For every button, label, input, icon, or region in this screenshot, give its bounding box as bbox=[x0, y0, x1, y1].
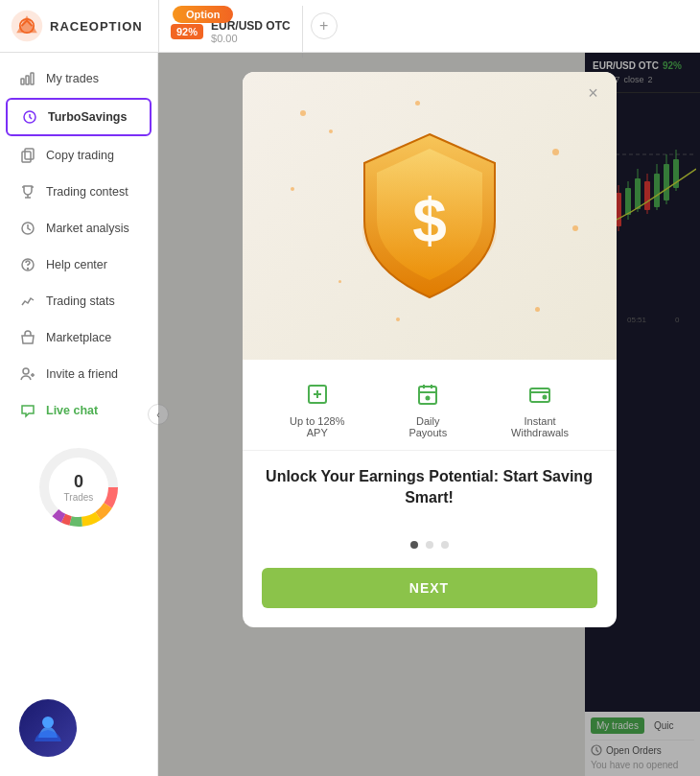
add-tab-button[interactable]: + bbox=[311, 12, 338, 39]
feature-apy-label: Up to 128%APY bbox=[290, 415, 344, 438]
sidebar-item-help-center[interactable]: Help center bbox=[6, 247, 152, 282]
logo-icon bbox=[10, 9, 44, 43]
modal-dots bbox=[243, 528, 617, 558]
main-layout: My trades TurboSavings Copy trading bbox=[0, 53, 700, 776]
donut-center: 0 Trades bbox=[64, 472, 94, 503]
svg-point-10 bbox=[28, 269, 29, 270]
invite-icon bbox=[19, 365, 36, 383]
sidebar-label-turbo-savings: TurboSavings bbox=[48, 110, 127, 124]
modal-hero: $ bbox=[243, 72, 617, 360]
svg-point-49 bbox=[42, 717, 54, 728]
chart-icon bbox=[19, 70, 36, 87]
svg-rect-7 bbox=[22, 152, 31, 162]
modal-close-button[interactable]: × bbox=[582, 82, 605, 105]
next-button[interactable]: NEXT bbox=[262, 568, 597, 608]
sidebar-label-copy-trading: Copy trading bbox=[46, 149, 114, 162]
avatar-icon bbox=[31, 711, 65, 745]
svg-point-23 bbox=[427, 397, 430, 400]
sidebar-item-trading-contest[interactable]: Trading contest bbox=[6, 175, 152, 209]
tab-option-label[interactable]: Option bbox=[173, 6, 233, 23]
logo-area: RACEOPTION bbox=[0, 9, 158, 43]
svg-rect-4 bbox=[31, 73, 34, 84]
savings-icon bbox=[21, 108, 38, 126]
donut-number: 0 bbox=[64, 472, 94, 492]
logo-text: RACEOPTION bbox=[50, 19, 143, 34]
feature-apy: Up to 128%APY bbox=[290, 379, 344, 438]
donut-chart: 0 Trades bbox=[35, 444, 122, 530]
feature-payouts-label: DailyPayouts bbox=[408, 415, 447, 438]
feature-withdrawals: InstantWithdrawals bbox=[511, 379, 569, 438]
percent-icon bbox=[302, 379, 333, 410]
sidebar-item-copy-trading[interactable]: Copy trading bbox=[6, 138, 152, 173]
modal-features: Up to 128%APY DailyPayouts bbox=[243, 360, 617, 451]
sidebar-label-live-chat: Live chat bbox=[46, 404, 98, 417]
donut-label: Trades bbox=[64, 492, 94, 503]
avatar-button[interactable] bbox=[19, 699, 77, 757]
donut-area: 0 Trades bbox=[0, 429, 157, 538]
trophy-icon bbox=[19, 183, 36, 200]
sidebar-label-trading-stats: Trading stats bbox=[46, 294, 115, 308]
sidebar-item-live-chat[interactable]: Live chat bbox=[6, 393, 152, 428]
sidebar-item-trading-stats[interactable]: Trading stats bbox=[6, 284, 152, 318]
dot-2[interactable] bbox=[426, 541, 433, 549]
sidebar-label-market-analysis: Market analysis bbox=[46, 222, 129, 235]
sidebar-label-invite-friend: Invite a friend bbox=[46, 367, 118, 381]
calendar-icon bbox=[412, 379, 443, 410]
dot-3[interactable] bbox=[441, 541, 449, 549]
instrument-pct: 92% bbox=[171, 24, 203, 39]
svg-rect-24 bbox=[530, 388, 549, 402]
svg-rect-3 bbox=[26, 76, 29, 84]
svg-rect-22 bbox=[419, 387, 436, 404]
chat-icon bbox=[19, 402, 36, 419]
shield-graphic: $ bbox=[353, 125, 506, 307]
analysis-icon bbox=[19, 220, 36, 237]
dot-1[interactable] bbox=[410, 541, 418, 549]
header: RACEOPTION Option 92% EUR/USD OTC $0.00 … bbox=[0, 0, 700, 53]
sidebar-item-market-analysis[interactable]: Market analysis bbox=[6, 211, 152, 246]
svg-rect-6 bbox=[25, 149, 34, 159]
sidebar-label-help-center: Help center bbox=[46, 258, 107, 271]
modal-footer: NEXT bbox=[243, 558, 617, 627]
copy-icon bbox=[19, 147, 36, 164]
svg-point-25 bbox=[544, 396, 547, 399]
svg-text:$: $ bbox=[412, 186, 447, 255]
svg-rect-2 bbox=[21, 79, 24, 84]
modal-overlay: × bbox=[158, 53, 700, 776]
modal-body: Unlock Your Earnings Potential: Start Sa… bbox=[243, 451, 617, 528]
modal-title: Unlock Your Earnings Potential: Start Sa… bbox=[266, 466, 594, 509]
sidebar-item-invite-friend[interactable]: Invite a friend bbox=[6, 357, 152, 391]
turbo-savings-modal: × bbox=[243, 72, 617, 627]
sidebar: My trades TurboSavings Copy trading bbox=[0, 53, 158, 776]
stats-icon bbox=[19, 293, 36, 310]
sidebar-label-trading-contest: Trading contest bbox=[46, 185, 128, 199]
wallet-icon bbox=[525, 379, 555, 410]
sidebar-item-turbo-savings[interactable]: TurboSavings bbox=[6, 98, 152, 136]
feature-payouts: DailyPayouts bbox=[408, 379, 447, 438]
sidebar-item-marketplace[interactable]: Marketplace bbox=[6, 320, 152, 355]
feature-withdrawals-label: InstantWithdrawals bbox=[511, 415, 569, 438]
content-area: × bbox=[158, 53, 700, 776]
sidebar-item-my-trades[interactable]: My trades bbox=[6, 61, 152, 96]
svg-point-11 bbox=[23, 368, 29, 374]
help-icon bbox=[19, 256, 36, 273]
tab-bar: Option 92% EUR/USD OTC $0.00 + bbox=[158, 0, 700, 52]
instrument-price: $0.00 bbox=[211, 33, 291, 44]
sidebar-label-marketplace: Marketplace bbox=[46, 331, 111, 344]
market-icon bbox=[19, 329, 36, 346]
sidebar-label-my-trades: My trades bbox=[46, 72, 99, 85]
